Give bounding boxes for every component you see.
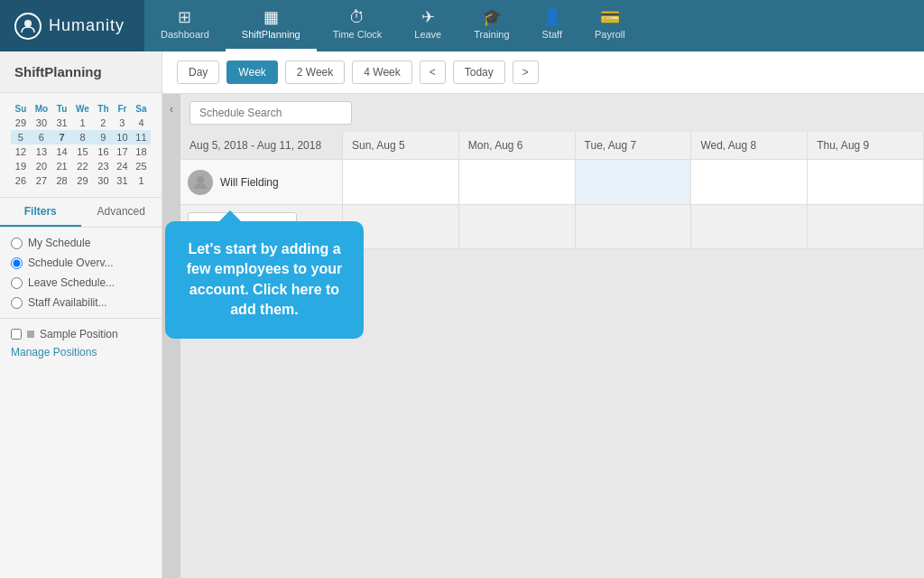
nav-item-dashboard[interactable]: ⊞Dashboard <box>144 0 226 51</box>
nav-item-staff[interactable]: 👤Staff <box>526 0 578 51</box>
schedule-toolbar: Day Week 2 Week 4 Week < Today > <box>162 51 924 94</box>
cal-day-2-16[interactable]: 16 <box>94 144 113 159</box>
emp-thu-cell[interactable] <box>808 160 924 204</box>
next-button[interactable]: > <box>513 61 539 84</box>
cal-day-1-10[interactable]: 10 <box>113 130 132 144</box>
view-day-button[interactable]: Day <box>177 61 219 84</box>
cal-day-header-sa: Sa <box>132 102 151 116</box>
nav-item-timeclock[interactable]: ⏱Time Clock <box>317 0 399 51</box>
cal-day-0-1[interactable]: 1 <box>71 116 94 130</box>
employee-cell: Will Fielding <box>180 160 343 204</box>
main-layout: ShiftPlanning SuMoTuWeThFrSa 29303112345… <box>0 51 924 578</box>
cal-day-4-1[interactable]: 1 <box>132 173 151 188</box>
cal-day-4-30[interactable]: 30 <box>94 173 113 188</box>
nav-item-leave[interactable]: ✈Leave <box>398 0 457 51</box>
nav-icon-staff: 👤 <box>542 9 562 25</box>
tab-filters[interactable]: Filters <box>0 198 81 227</box>
view-week-button[interactable]: Week <box>226 61 277 84</box>
nav-items-list: ⊞Dashboard▦ShiftPlanning⏱Time Clock✈Leav… <box>144 0 924 51</box>
nav-item-training[interactable]: 🎓Training <box>457 0 525 51</box>
cal-day-1-7[interactable]: 7 <box>52 130 71 144</box>
tooltip-bubble[interactable]: Let's start by adding a few employees to… <box>165 221 364 339</box>
nav-label-payroll: Payroll <box>595 29 625 40</box>
cal-day-1-6[interactable]: 6 <box>31 130 52 144</box>
sidebar-tabs: Filters Advanced <box>0 198 162 228</box>
col-mon: Mon, Aug 6 <box>459 132 576 159</box>
employee-row: Will Fielding <box>180 160 924 205</box>
cal-day-3-19[interactable]: 19 <box>11 159 31 173</box>
cal-day-0-3[interactable]: 3 <box>113 116 132 130</box>
cal-day-2-14[interactable]: 14 <box>52 144 71 159</box>
cal-day-4-26[interactable]: 26 <box>11 173 31 188</box>
cal-day-2-15[interactable]: 15 <box>71 144 94 159</box>
app-logo[interactable]: Humanity <box>0 0 144 51</box>
cal-day-3-24[interactable]: 24 <box>113 159 132 173</box>
col-tue: Tue, Aug 7 <box>576 132 692 159</box>
filter-leave-schedule[interactable]: Leave Schedule... <box>11 276 151 289</box>
position-color-swatch <box>27 331 34 338</box>
search-row <box>180 94 924 132</box>
svg-point-0 <box>24 20 32 27</box>
schedule-grid: Aug 5, 2018 - Aug 11, 2018 Sun, Aug 5 Mo… <box>180 132 924 578</box>
cal-day-1-9[interactable]: 9 <box>94 130 113 144</box>
cal-day-0-29[interactable]: 29 <box>11 116 31 130</box>
filter-staff-availability[interactable]: Staff Availabilit... <box>11 296 151 309</box>
emp-wed-cell[interactable] <box>691 160 808 204</box>
cal-day-2-12[interactable]: 12 <box>11 144 31 159</box>
nav-label-leave: Leave <box>414 29 441 40</box>
top-navigation: Humanity ⊞Dashboard▦ShiftPlanning⏱Time C… <box>0 0 924 51</box>
nav-item-shiftplanning[interactable]: ▦ShiftPlanning <box>226 0 317 51</box>
view-4week-button[interactable]: 4 Week <box>352 61 411 84</box>
cal-day-header-fr: Fr <box>113 102 132 116</box>
cal-day-1-8[interactable]: 8 <box>71 130 94 144</box>
nav-icon-shiftplanning: ▦ <box>263 9 279 25</box>
tab-advanced[interactable]: Advanced <box>81 198 162 227</box>
position-checkbox[interactable] <box>11 329 22 340</box>
sidebar-title: ShiftPlanning <box>0 51 162 93</box>
cal-day-0-4[interactable]: 4 <box>132 116 151 130</box>
today-button[interactable]: Today <box>453 61 505 84</box>
filter-schedule-overview[interactable]: Schedule Overv... <box>11 256 151 269</box>
schedule-search-input[interactable] <box>189 101 352 125</box>
manage-positions-link[interactable]: Manage Positions <box>11 346 151 359</box>
cal-day-3-25[interactable]: 25 <box>132 159 151 173</box>
cal-day-3-23[interactable]: 23 <box>94 159 113 173</box>
cal-day-1-5[interactable]: 5 <box>11 130 31 144</box>
svg-point-1 <box>197 176 204 183</box>
emp-mon-cell[interactable] <box>459 160 576 204</box>
filter-my-schedule[interactable]: My Schedule <box>11 237 151 249</box>
toggle-icon: ‹ <box>170 103 173 116</box>
cal-day-4-28[interactable]: 28 <box>52 173 71 188</box>
cal-day-2-18[interactable]: 18 <box>132 144 151 159</box>
nav-label-dashboard: Dashboard <box>161 29 209 40</box>
nav-label-timeclock: Time Clock <box>333 29 383 40</box>
mini-calendar: SuMoTuWeThFrSa 2930311234567891011121314… <box>0 93 162 198</box>
view-2week-button[interactable]: 2 Week <box>285 61 345 84</box>
cal-day-0-31[interactable]: 31 <box>52 116 71 130</box>
app-name: Humanity <box>49 16 125 35</box>
col-thu: Thu, Aug 9 <box>808 132 924 159</box>
sidebar-filters: My Schedule Schedule Overv... Leave Sche… <box>0 228 162 318</box>
nav-icon-leave: ✈ <box>421 9 435 25</box>
cal-day-2-17[interactable]: 17 <box>113 144 132 159</box>
date-range-header: Aug 5, 2018 - Aug 11, 2018 <box>180 132 343 159</box>
prev-button[interactable]: < <box>420 61 446 84</box>
cal-day-0-2[interactable]: 2 <box>94 116 113 130</box>
positions-header: Sample Position <box>11 328 151 340</box>
emp-sun-cell[interactable] <box>343 160 459 204</box>
cal-day-0-30[interactable]: 30 <box>31 116 52 130</box>
cal-day-3-21[interactable]: 21 <box>52 159 71 173</box>
nav-icon-timeclock: ⏱ <box>349 9 365 25</box>
cal-day-4-31[interactable]: 31 <box>113 173 132 188</box>
nav-item-payroll[interactable]: 💳Payroll <box>578 0 642 51</box>
add-emp-thu <box>808 205 924 248</box>
cal-day-2-13[interactable]: 13 <box>31 144 52 159</box>
emp-tue-cell[interactable] <box>576 160 692 204</box>
cal-day-1-11[interactable]: 11 <box>132 130 151 144</box>
cal-day-3-20[interactable]: 20 <box>31 159 52 173</box>
avatar <box>188 170 213 195</box>
tooltip-container: Let's start by adding a few employees to… <box>165 221 364 339</box>
cal-day-4-29[interactable]: 29 <box>71 173 94 188</box>
cal-day-4-27[interactable]: 27 <box>31 173 52 188</box>
cal-day-3-22[interactable]: 22 <box>71 159 94 173</box>
